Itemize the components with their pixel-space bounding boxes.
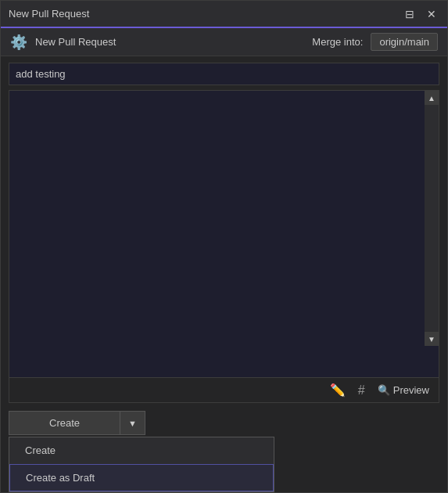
content-area: ▲ ▼ ✏️ # 🔍 Preview [1, 56, 447, 403]
pr-title-input[interactable] [9, 63, 439, 85]
editor-toolbar: ✏️ # 🔍 Preview [9, 377, 439, 402]
create-as-draft-menu-item[interactable]: Create as Draft [9, 464, 274, 491]
hash-tool-button[interactable]: # [355, 382, 368, 399]
scroll-down-button[interactable]: ▼ [425, 332, 439, 346]
pin-icon: ⊟ [405, 8, 414, 20]
create-button[interactable]: Create [9, 411, 120, 435]
create-dropdown-menu: Create Create as Draft [9, 437, 274, 492]
editor-scrollbar: ▲ ▼ [425, 91, 439, 346]
description-editor: ▲ ▼ ✏️ # 🔍 Preview [9, 90, 439, 403]
preview-button[interactable]: 🔍 Preview [375, 383, 432, 398]
pr-icon: ⚙️ [10, 34, 27, 51]
preview-label: Preview [393, 384, 429, 396]
description-textarea[interactable] [9, 91, 439, 377]
close-icon: ✕ [427, 8, 436, 20]
preview-icon: 🔍 [378, 384, 390, 396]
title-bar-actions: ⊟ ✕ [402, 7, 439, 21]
branch-label: origin/main [371, 33, 438, 51]
title-bar: New Pull Request ⊟ ✕ [1, 1, 447, 28]
pin-button[interactable]: ⊟ [402, 7, 418, 21]
scroll-track [425, 105, 439, 332]
toolbar-label: New Pull Request [35, 36, 116, 48]
create-button-group: Create ▼ [9, 411, 145, 435]
toolbar: ⚙️ New Pull Request Merge into: origin/m… [1, 28, 447, 56]
bottom-bar: Create ▼ Create Create as Draft [1, 403, 447, 492]
chevron-down-icon: ▼ [128, 419, 137, 428]
merge-into-label: Merge into: [312, 36, 363, 48]
close-button[interactable]: ✕ [424, 7, 439, 21]
pencil-icon: ✏️ [330, 383, 346, 398]
create-dropdown-toggle[interactable]: ▼ [120, 411, 145, 435]
new-pull-request-window: New Pull Request ⊟ ✕ ⚙️ New Pull Request… [0, 0, 448, 493]
create-menu-item[interactable]: Create [9, 437, 274, 463]
hash-icon: # [358, 383, 365, 398]
edit-tool-button[interactable]: ✏️ [327, 381, 349, 399]
scroll-up-button[interactable]: ▲ [425, 91, 439, 105]
window-title: New Pull Request [9, 8, 402, 20]
